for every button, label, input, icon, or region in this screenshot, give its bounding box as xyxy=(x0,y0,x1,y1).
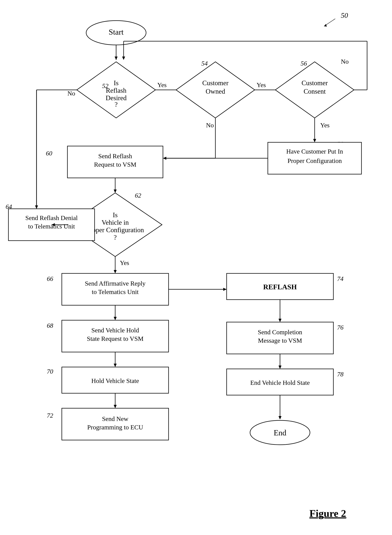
label-62c: Proper Configuration xyxy=(87,226,144,234)
yes-label-62: Yes xyxy=(120,259,129,266)
label-60a: Send Reflash xyxy=(98,153,132,159)
ref-68: 68 xyxy=(47,322,53,329)
label-72a: Send New xyxy=(102,415,128,422)
svg-text:Desired: Desired xyxy=(106,94,127,102)
label-62b: Vehicle in xyxy=(102,219,129,226)
ref-54: 54 xyxy=(201,60,208,67)
yes-label-56: Yes xyxy=(320,122,329,129)
ref-50: 50 xyxy=(341,11,348,19)
ref-72: 72 xyxy=(47,412,53,419)
label-72b: Programming to ECU xyxy=(87,424,143,431)
ref-60: 60 xyxy=(46,150,52,157)
no-label-54: No xyxy=(206,122,214,129)
yes-label-54: Yes xyxy=(257,81,266,88)
label-66b: to Telematics Unit xyxy=(92,288,139,295)
ref-78: 78 xyxy=(337,371,344,378)
ref-52: 52 xyxy=(102,82,108,89)
label-74: REFLASH xyxy=(263,283,297,291)
svg-text:?: ? xyxy=(115,101,118,108)
start-label: Start xyxy=(109,28,124,36)
label-64a: Send Reflash Denial xyxy=(25,214,78,221)
figure-label: Figure 2 xyxy=(309,508,346,519)
label-66a: Send Affirmative Reply xyxy=(85,280,145,287)
ref-64: 64 xyxy=(6,203,12,210)
label-78: End Vehicle Hold State xyxy=(250,379,310,386)
ref-76: 76 xyxy=(337,324,344,331)
yes-label-52: Yes xyxy=(157,81,167,88)
label-68a: Send Vehicle Hold xyxy=(91,327,139,334)
label-54b: Owned xyxy=(206,88,225,95)
end-label: End xyxy=(274,428,286,437)
ref-66: 66 xyxy=(47,275,53,282)
label-62d: ? xyxy=(114,234,117,241)
label-60b: Request to VSM xyxy=(94,161,136,168)
label-76a: Send Completion xyxy=(258,329,302,335)
label-68b: State Request to VSM xyxy=(87,335,144,342)
ref-70: 70 xyxy=(47,368,53,375)
label-58b: Proper Configuration xyxy=(288,157,342,164)
ref-56: 56 xyxy=(301,60,307,67)
no-label-52: No xyxy=(67,90,75,97)
label-62a: Is xyxy=(113,211,118,219)
label-70: Hold Vehicle State xyxy=(91,377,139,384)
no-label-56: No xyxy=(341,58,349,65)
label-54a: Customer xyxy=(202,79,229,87)
label-52: Is xyxy=(114,79,119,87)
ref-74: 74 xyxy=(337,275,344,282)
label-76b: Message to VSM xyxy=(258,337,302,344)
ref-62: 62 xyxy=(135,192,141,199)
label-58a: Have Customer Put In xyxy=(286,148,343,155)
diagram-container: 50 Start Is Reflash Desired ? 52 No Yes … xyxy=(0,0,392,535)
svg-text:Reflash: Reflash xyxy=(106,87,126,94)
label-56b: Consent xyxy=(303,88,326,95)
label-64b: to Telematics Unit xyxy=(28,223,75,230)
label-56a: Customer xyxy=(302,79,328,87)
